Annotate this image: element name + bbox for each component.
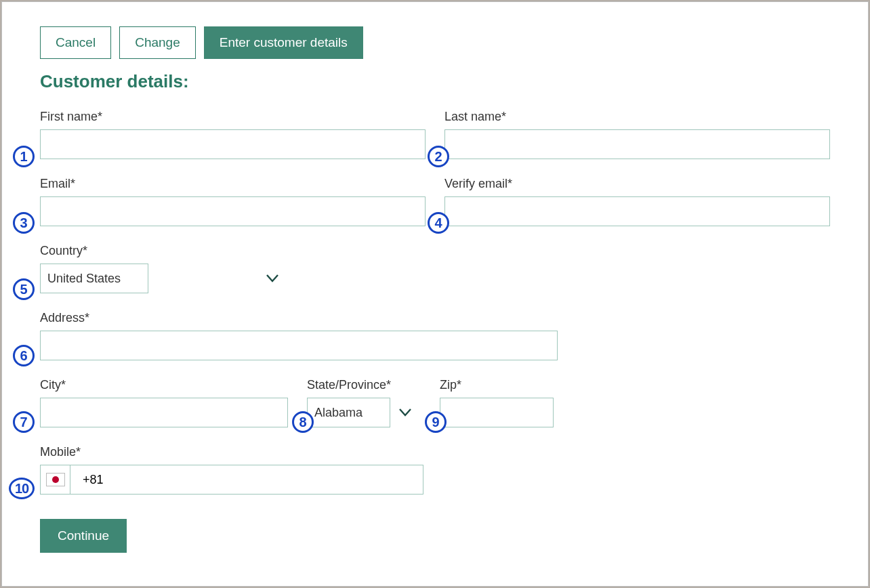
last-name-input[interactable] xyxy=(444,129,830,159)
marker-8: 8 xyxy=(292,411,314,433)
zip-input[interactable] xyxy=(440,398,554,427)
chevron-down-icon xyxy=(266,274,278,282)
section-title: Customer details: xyxy=(40,71,830,92)
japan-flag-icon xyxy=(46,473,65,486)
email-input[interactable] xyxy=(40,196,426,226)
enter-customer-details-button[interactable]: Enter customer details xyxy=(204,26,363,59)
marker-6: 6 xyxy=(13,345,35,366)
cancel-button[interactable]: Cancel xyxy=(40,26,111,59)
city-label: City* xyxy=(40,378,288,392)
marker-5: 5 xyxy=(13,278,35,300)
city-input[interactable] xyxy=(40,398,288,427)
mobile-label: Mobile* xyxy=(40,445,423,459)
chevron-down-icon xyxy=(399,408,411,417)
email-label: Email* xyxy=(40,177,426,191)
mobile-input[interactable] xyxy=(70,465,423,495)
country-code-flag-button[interactable] xyxy=(40,465,70,495)
marker-7: 7 xyxy=(13,411,35,433)
marker-3: 3 xyxy=(13,212,35,234)
last-name-label: Last name* xyxy=(444,110,830,124)
marker-2: 2 xyxy=(428,146,449,167)
marker-10: 10 xyxy=(9,478,35,499)
first-name-label: First name* xyxy=(40,110,426,124)
address-input[interactable] xyxy=(40,331,558,360)
state-select[interactable]: Alabama xyxy=(307,398,390,427)
country-label: Country* xyxy=(40,244,288,258)
zip-label: Zip* xyxy=(440,378,554,392)
continue-button[interactable]: Continue xyxy=(40,519,127,553)
change-button[interactable]: Change xyxy=(119,26,196,59)
marker-9: 9 xyxy=(425,411,447,433)
marker-1: 1 xyxy=(13,146,35,167)
marker-4: 4 xyxy=(428,212,449,234)
first-name-input[interactable] xyxy=(40,129,426,159)
form-frame: Cancel Change Enter customer details Cus… xyxy=(1,1,869,587)
country-select[interactable]: United States xyxy=(40,264,148,293)
top-button-bar: Cancel Change Enter customer details xyxy=(40,26,830,59)
state-label: State/Province* xyxy=(307,378,421,392)
address-label: Address* xyxy=(40,311,558,325)
verify-email-input[interactable] xyxy=(444,196,830,226)
verify-email-label: Verify email* xyxy=(444,177,830,191)
